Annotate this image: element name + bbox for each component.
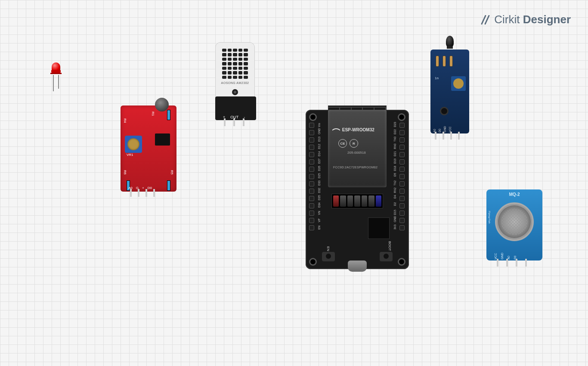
dht22-breakout: + OUT - — [215, 96, 256, 120]
led-legs — [50, 75, 62, 91]
esp32-usb-port — [348, 261, 367, 272]
flame-resistor — [449, 56, 453, 67]
ky037-potentiometer — [125, 136, 142, 153]
ky037-silk-r6: R6 — [123, 170, 127, 174]
dht22-model-label: AOSONG AM2302 — [216, 81, 254, 84]
component-mq2[interactable]: MQ-2 Flying-Fish VCC GND A0 D0 — [486, 189, 542, 261]
mount-hole — [398, 113, 405, 121]
mq2-side-label: Flying-Fish — [488, 211, 491, 223]
component-dht22[interactable]: AOSONG AM2302 + OUT - — [215, 42, 256, 120]
component-flame-sensor[interactable]: 1n A0 D0 GND VCC — [430, 50, 469, 133]
mq2-sensor-cap-icon — [495, 202, 534, 241]
ky037-resistor — [167, 180, 170, 191]
logo-icon — [480, 15, 491, 25]
mount-hole — [309, 258, 317, 266]
esp32-fcc: FCC9D:2AC72ESPWROOM82 — [333, 166, 378, 169]
flame-pins — [435, 132, 460, 140]
flame-resistor — [443, 56, 446, 67]
dht22-pins — [224, 118, 244, 126]
ky037-ic — [155, 133, 170, 146]
esp32-cert-marks: CE R — [338, 139, 358, 148]
component-esp32[interactable]: ESP-WROOM32 CE R 205-000518 FCC9D:2AC72E… — [306, 110, 409, 269]
dht22-body: AOSONG AM2302 — [215, 42, 255, 98]
esp32-pin-header-left — [309, 123, 315, 230]
mount-hole — [398, 258, 405, 266]
esp32-module-label: ESP-WROOM32 — [333, 127, 374, 133]
flame-comparator-ic — [440, 107, 449, 115]
esp32-shield: ESP-WROOM32 CE R 205-000518 FCC9D:2AC72E… — [328, 110, 387, 187]
esp32-serial: 205-000518 — [347, 151, 366, 155]
ky037-silk-vr1: VR1 — [127, 153, 133, 157]
ky037-silk-r4: R4 — [123, 118, 127, 123]
led-flange — [50, 73, 62, 74]
mount-hole — [309, 113, 317, 121]
flame-silk: 1n — [435, 76, 439, 80]
esp32-capacitor-row — [331, 194, 383, 208]
led-bulb — [52, 62, 60, 71]
esp32-pin-labels-left: VinGNDD13D12D14D27D26D25D33D32D35D34VNVP… — [317, 122, 322, 230]
mq2-pins — [497, 259, 527, 267]
esp32-boot-label: BOOT — [388, 241, 392, 251]
dht22-grille — [222, 49, 248, 79]
flame-pin-labels: A0 D0 GND VCC — [433, 126, 452, 132]
logo-text-prefix: Cirkit — [494, 13, 520, 26]
esp32-en-label: EN — [326, 246, 330, 251]
esp32-pin-header-right — [399, 123, 405, 230]
wifi-icon — [332, 126, 340, 134]
logo-text-suffix: Designer — [523, 13, 571, 26]
esp32-boot-button[interactable] — [380, 252, 393, 261]
ky037-silk-r5: R5 — [170, 170, 174, 174]
canvas-grid — [0, 0, 588, 366]
ky037-resistor — [167, 110, 170, 120]
flame-ir-receiver-icon — [446, 36, 454, 47]
component-led[interactable] — [50, 62, 62, 93]
app-logo: Cirkit Designer — [480, 13, 571, 26]
ky037-pins — [130, 189, 155, 197]
ky037-silk-r1: R1 — [151, 112, 155, 116]
flame-resistor — [436, 56, 439, 67]
component-ky037[interactable]: VR1 R4 R6 R5 R1 A0 G + D0 — [121, 105, 176, 192]
esp32-usb-chip — [368, 217, 390, 239]
flame-potentiometer — [451, 76, 466, 91]
dht22-mount-hole — [232, 89, 238, 95]
esp32-pin-labels-right: D23D22TX0RX0D21D19D18D5TX2RX2D4D2D15GND3… — [393, 122, 398, 230]
mq2-title: MQ-2 — [509, 192, 520, 197]
esp32-en-button[interactable] — [322, 252, 335, 261]
